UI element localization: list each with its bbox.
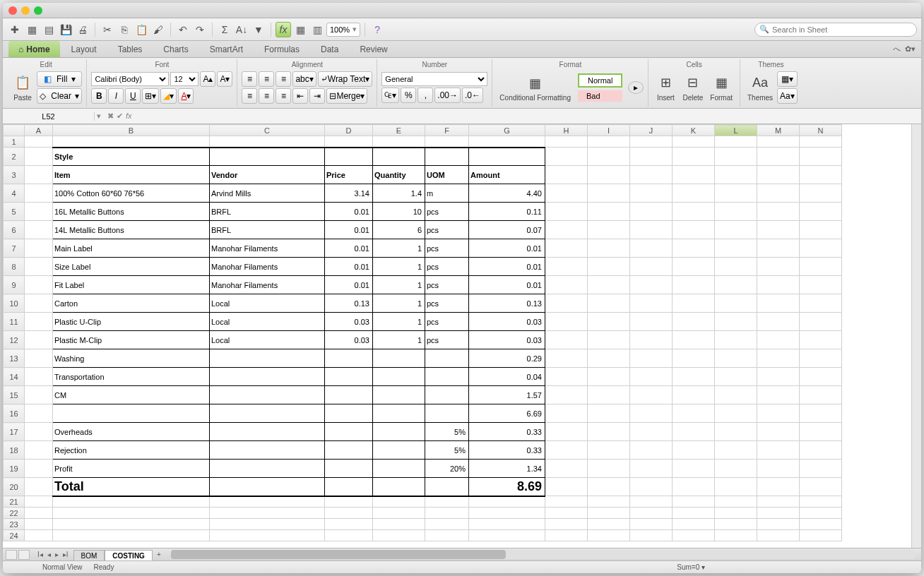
grid[interactable]: ABCDEFGHIJKLMN12Style3ItemVendorPriceQua… <box>3 124 911 548</box>
cell-J4[interactable] <box>630 184 673 203</box>
cell-F6[interactable]: pcs <box>425 221 469 239</box>
border-button[interactable]: ⊞▾ <box>142 88 159 104</box>
row-header-2[interactable]: 2 <box>4 148 25 166</box>
help-icon[interactable]: ? <box>369 22 385 37</box>
search-input[interactable] <box>772 25 912 34</box>
sheet-tab-bom[interactable]: BOM <box>73 550 105 560</box>
cell-N5[interactable] <box>800 203 842 221</box>
cell-M4[interactable] <box>757 184 800 203</box>
cell-J7[interactable] <box>630 239 673 258</box>
cell-M12[interactable] <box>757 331 800 349</box>
col-header-J[interactable]: J <box>630 125 673 136</box>
formula-input[interactable] <box>136 109 921 124</box>
cell-G22[interactable] <box>469 508 545 519</box>
cell-F9[interactable]: pcs <box>425 276 469 294</box>
cell-I20[interactable] <box>588 478 630 496</box>
cell-N1[interactable] <box>800 136 842 148</box>
cell-F4[interactable]: m <box>425 184 469 203</box>
cell-B24[interactable] <box>53 530 210 541</box>
cell-N23[interactable] <box>800 519 842 530</box>
cell-B14[interactable]: Transportation <box>53 368 210 386</box>
cell-I2[interactable] <box>588 148 630 166</box>
col-header-H[interactable]: H <box>545 125 588 136</box>
cell-E9[interactable]: 1 <box>373 276 425 294</box>
insert-cells-button[interactable]: ⊞Insert <box>653 71 678 103</box>
merge-button[interactable]: ⊟ Merge ▾ <box>326 88 367 104</box>
tab-formulas[interactable]: Formulas <box>254 41 309 57</box>
cell-E14[interactable] <box>373 368 425 386</box>
fx-icon[interactable]: fx <box>276 22 291 37</box>
cell-I17[interactable] <box>588 423 630 441</box>
row-header-4[interactable]: 4 <box>4 184 25 203</box>
grow-font-icon[interactable]: A▴ <box>200 71 215 87</box>
cell-G11[interactable]: 0.03 <box>469 313 545 331</box>
cell-M13[interactable] <box>757 349 800 368</box>
cell-G6[interactable]: 0.07 <box>469 221 545 239</box>
currency-icon[interactable]: ₠▾ <box>381 88 399 103</box>
align-top-icon[interactable]: ≡ <box>242 71 257 87</box>
cell-A20[interactable] <box>25 478 53 496</box>
cell-L8[interactable] <box>715 258 757 276</box>
cell-L22[interactable] <box>715 508 757 519</box>
cell-B22[interactable] <box>53 508 210 519</box>
cell-D24[interactable] <box>325 530 373 541</box>
delete-cells-button[interactable]: ⊟Delete <box>680 71 706 103</box>
cell-B20[interactable]: Total <box>53 478 210 496</box>
decrease-indent-icon[interactable]: ⇤ <box>292 88 308 104</box>
cell-C16[interactable] <box>210 404 325 423</box>
cell-A5[interactable] <box>25 203 53 221</box>
cell-F23[interactable] <box>425 519 469 530</box>
tab-first-icon[interactable]: I◂ <box>35 551 45 558</box>
cell-F13[interactable] <box>425 349 469 368</box>
cell-E3[interactable]: Quantity <box>373 166 425 184</box>
cell-A11[interactable] <box>25 313 53 331</box>
cell-G4[interactable]: 4.40 <box>469 184 545 203</box>
cell-B2[interactable]: Style <box>53 148 210 166</box>
cell-F7[interactable]: pcs <box>425 239 469 258</box>
cell-H10[interactable] <box>545 294 588 313</box>
select-all-corner[interactable] <box>4 125 25 136</box>
cell-C7[interactable]: Manohar Filaments <box>210 239 325 258</box>
row-header-6[interactable]: 6 <box>4 221 25 239</box>
cell-H23[interactable] <box>545 519 588 530</box>
cell-D16[interactable] <box>325 404 373 423</box>
cell-I24[interactable] <box>588 530 630 541</box>
cell-K20[interactable] <box>673 478 715 496</box>
cell-H8[interactable] <box>545 258 588 276</box>
enter-formula-icon[interactable]: ✔ <box>117 112 123 121</box>
cell-J6[interactable] <box>630 221 673 239</box>
col-header-L[interactable]: L <box>715 125 757 136</box>
cell-L18[interactable] <box>715 441 757 460</box>
cell-E13[interactable] <box>373 349 425 368</box>
cell-K13[interactable] <box>673 349 715 368</box>
row-header-15[interactable]: 15 <box>4 386 25 404</box>
cell-K4[interactable] <box>673 184 715 203</box>
cell-E23[interactable] <box>373 519 425 530</box>
cell-H16[interactable] <box>545 404 588 423</box>
cell-M6[interactable] <box>757 221 800 239</box>
cancel-formula-icon[interactable]: ✖ <box>107 112 114 121</box>
cell-L16[interactable] <box>715 404 757 423</box>
tab-tables[interactable]: Tables <box>108 41 153 57</box>
col-header-K[interactable]: K <box>673 125 715 136</box>
cell-L5[interactable] <box>715 203 757 221</box>
cell-L2[interactable] <box>715 148 757 166</box>
cell-M11[interactable] <box>757 313 800 331</box>
cell-L4[interactable] <box>715 184 757 203</box>
horizontal-scrollbar[interactable] <box>171 550 916 559</box>
collapse-ribbon-icon[interactable]: へ <box>893 44 901 54</box>
cell-F15[interactable] <box>425 386 469 404</box>
cell-H13[interactable] <box>545 349 588 368</box>
cell-J19[interactable] <box>630 460 673 478</box>
row-header-18[interactable]: 18 <box>4 441 25 460</box>
style-normal[interactable]: Normal <box>578 73 622 88</box>
row-header-1[interactable]: 1 <box>4 136 25 148</box>
cell-B8[interactable]: Size Label <box>53 258 210 276</box>
cell-B1[interactable] <box>53 136 210 148</box>
cell-L6[interactable] <box>715 221 757 239</box>
cell-C6[interactable]: BRFL <box>210 221 325 239</box>
cell-M15[interactable] <box>757 386 800 404</box>
filter-icon[interactable]: ▼ <box>251 22 266 37</box>
show-hide-icon[interactable]: ▥ <box>309 22 325 37</box>
cut-icon[interactable]: ✂ <box>100 22 115 37</box>
